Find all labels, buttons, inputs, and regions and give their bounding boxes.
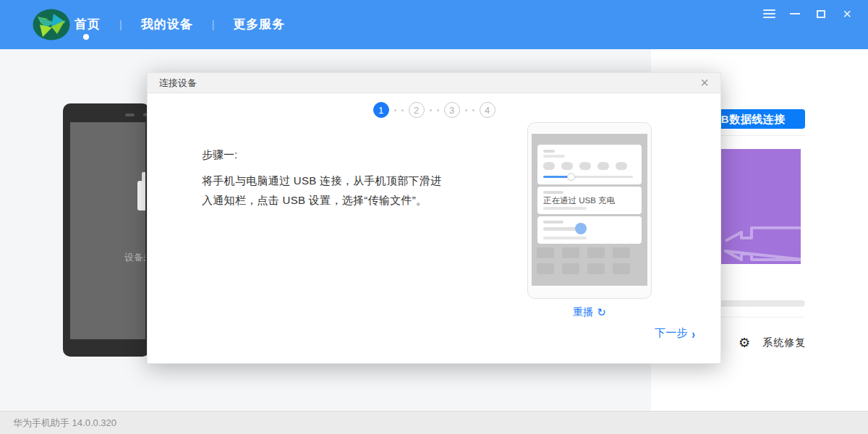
illustration-screen: 正在通过 USB 充电 [532,134,647,286]
window-controls: × [761,7,855,21]
system-repair-label: 系统修复 [762,336,806,349]
tap-indicator-dot [575,223,587,234]
replay-label: 重播 [573,306,593,319]
minimize-icon [790,13,800,14]
instruction-text: 入通知栏，点击 USB 设置，选择“传输文件”。 [202,194,542,208]
step-title: 步骤一: [202,148,237,162]
close-icon: × [843,7,851,20]
step-gap-dot [401,109,404,111]
app-tile [562,247,579,258]
step-gap-dot [394,109,396,111]
nav-my-devices[interactable]: 我的设备 [141,16,193,33]
step-gap-dot [472,109,475,111]
toggle-dot [597,162,609,170]
slider-knob [567,173,575,181]
dialog-close-button[interactable]: × [697,73,712,92]
app-tile [613,247,630,258]
title-bar: 首页 | 我的设备 | 更多服务 × [0,0,868,49]
phone-speaker [125,114,135,116]
placeholder-bar [543,191,563,194]
toggle-dot [543,162,555,170]
device-status-text: 设备未连接 [124,251,145,264]
connect-device-dialog: 连接设备 × 1 2 3 4 步骤一: 将手机与电脑通过 USB 连接，从手机顶… [147,72,721,364]
phone-screen: 设备未连接 [70,122,145,339]
refresh-icon: ↻ [597,306,606,319]
toggle-dot [579,162,591,170]
app-version-text: 华为手机助手 14.0.0.320 [13,412,116,434]
replay-button[interactable]: 重播 ↻ [527,306,652,319]
main-nav: 首页 | 我的设备 | 更多服务 [75,16,285,33]
minimize-button[interactable] [787,7,803,21]
app-grid [537,247,630,274]
device-phone-graphic: 设备未连接 [63,103,150,357]
status-bar: 华为手机助手 14.0.0.320 [0,411,868,434]
next-step-button[interactable]: 下一步 › [655,326,695,340]
placeholder-bar [543,207,587,210]
video-icon [723,225,801,263]
quick-settings-card [537,145,642,184]
app-tile [587,263,605,274]
usb-options-card [537,216,642,244]
app-tile [613,263,630,274]
system-repair-button[interactable]: ⚙ 系统修复 [739,336,806,350]
menu-button[interactable] [761,7,777,21]
next-step-label: 下一步 [655,326,687,340]
step-4-circle: 4 [480,102,495,118]
maximize-icon [817,10,825,18]
gear-icon: ⚙ [739,336,750,350]
toggle-dot [561,162,573,170]
quick-settings-icons [543,162,627,170]
main-area: 设备未连接 USB数据线连接 ⚙ 系统修复 连接设备 × 1 [0,49,868,411]
placeholder-bar [543,150,555,153]
phone-illustration: 正在通过 USB 充电 [527,122,652,299]
step-indicator: 1 2 3 4 [148,102,720,118]
step-1-circle: 1 [373,102,389,118]
brightness-slider [543,176,633,178]
step-gap-dot [465,109,467,111]
dialog-header: 连接设备 × [148,73,720,93]
app-tile [537,263,554,274]
hamburger-icon [763,9,775,18]
app-tile [562,263,579,274]
app-tile [537,247,554,258]
active-nav-indicator [83,34,89,40]
step-gap-dot [437,109,439,111]
step-3-circle: 3 [444,102,460,118]
nav-separator: | [119,19,122,30]
placeholder-bar [543,221,563,224]
dialog-title: 连接设备 [159,73,197,93]
nav-home[interactable]: 首页 [75,16,101,33]
app-tile [587,247,605,258]
hisuite-window: 首页 | 我的设备 | 更多服务 × 设备未连接 [0,0,868,434]
placeholder-bar [543,155,565,158]
hisuite-logo-icon [33,9,70,41]
nav-separator: | [212,19,215,30]
maximize-button[interactable] [813,7,829,21]
usb-plug-icon [137,181,145,210]
nav-more-services[interactable]: 更多服务 [233,16,285,33]
instruction-text: 将手机与电脑通过 USB 连接，从手机顶部下滑进 [202,174,542,188]
close-window-button[interactable]: × [839,7,855,21]
toggle-dot [616,162,627,170]
placeholder-bar [543,237,587,239]
chevron-right-icon: › [692,326,695,341]
usb-notification-card: 正在通过 USB 充电 [537,187,642,214]
usb-charging-text: 正在通过 USB 充电 [543,195,615,206]
step-gap-dot [430,109,432,111]
step-2-circle: 2 [409,102,425,118]
